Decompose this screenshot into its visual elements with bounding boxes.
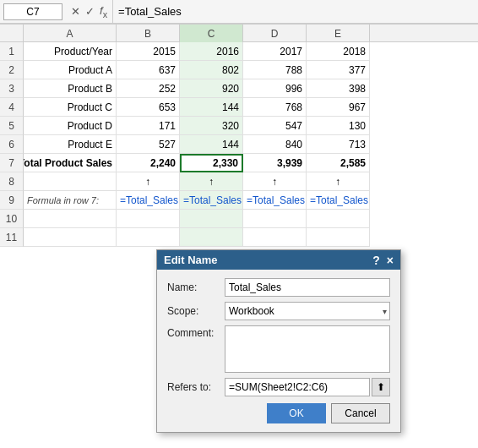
dialog-help-button[interactable]: ?	[372, 254, 380, 266]
cell-b3[interactable]: 252	[117, 79, 180, 98]
cell-b5[interactable]: 171	[117, 117, 180, 135]
dialog-close-button[interactable]: ×	[387, 254, 394, 266]
cell-d11[interactable]	[243, 228, 307, 247]
cell-c7[interactable]: 2,330	[180, 154, 243, 172]
cell-a4[interactable]: Product C	[24, 98, 117, 117]
function-icon[interactable]: fx	[98, 4, 109, 19]
dialog-buttons: OK Cancel	[167, 403, 390, 423]
cell-a2[interactable]: Product A	[24, 61, 117, 79]
cell-c4[interactable]: 144	[180, 98, 243, 117]
cell-b4[interactable]: 653	[117, 98, 180, 117]
formula-bar-icons: ✕ ✓ fx	[66, 0, 113, 23]
cell-e10[interactable]	[307, 210, 370, 228]
col-header-c[interactable]: C	[180, 25, 243, 43]
cell-a9: Formula in row 7:	[24, 191, 117, 210]
dialog-name-field: Name:	[167, 278, 390, 297]
row-num-5[interactable]: 5	[0, 117, 24, 135]
cell-e2[interactable]: 377	[307, 61, 370, 79]
formula-input[interactable]: =Total_Sales	[113, 3, 478, 19]
cell-c11[interactable]	[180, 228, 243, 247]
cell-c1[interactable]: 2016	[180, 42, 243, 61]
row-num-9[interactable]: 9	[0, 191, 24, 210]
cell-a11[interactable]	[24, 228, 117, 247]
col-header-a[interactable]: A	[24, 25, 117, 43]
cell-c2[interactable]: 802	[180, 61, 243, 79]
dialog-titlebar-actions: ? ×	[372, 254, 394, 266]
row-num-3[interactable]: 3	[0, 79, 24, 98]
row-num-2[interactable]: 2	[0, 61, 24, 79]
cell-d1[interactable]: 2017	[243, 42, 307, 61]
table-row: Product C 653 144 768 967	[24, 98, 478, 117]
cell-b10[interactable]	[117, 210, 180, 228]
cell-b7[interactable]: 2,240	[117, 154, 180, 172]
cell-a3[interactable]: Product B	[24, 79, 117, 98]
dialog-refers-collapse-button[interactable]: ⬆	[372, 378, 390, 396]
dialog-scope-field: Scope: Workbook ▾	[167, 302, 390, 320]
row-num-11[interactable]: 11	[0, 228, 24, 247]
col-header-d[interactable]: D	[243, 25, 307, 43]
dialog-refers-field: Refers to: ⬆	[167, 378, 390, 396]
dialog-cancel-button[interactable]: Cancel	[331, 403, 390, 423]
cell-a6[interactable]: Product E	[24, 135, 117, 154]
cell-d9: =Total_Sales	[243, 191, 307, 210]
cell-d6[interactable]: 840	[243, 135, 307, 154]
cell-a7[interactable]: Total Product Sales	[24, 154, 117, 172]
row-num-4[interactable]: 4	[0, 98, 24, 117]
cell-c5[interactable]: 320	[180, 117, 243, 135]
row-num-6[interactable]: 6	[0, 135, 24, 154]
row-num-1[interactable]: 1	[0, 42, 24, 61]
cell-a10[interactable]	[24, 210, 117, 228]
grid-rows: Product/Year 2015 2016 2017 2018 Product…	[24, 42, 478, 247]
cell-c10[interactable]	[180, 210, 243, 228]
cell-d10[interactable]	[243, 210, 307, 228]
cell-b9: =Total_Sales	[117, 191, 180, 210]
cell-b11[interactable]	[117, 228, 180, 247]
cell-a8	[24, 172, 117, 191]
cell-b6[interactable]: 527	[117, 135, 180, 154]
col-header-b[interactable]: B	[117, 25, 180, 43]
cell-d2[interactable]: 788	[243, 61, 307, 79]
row-num-7[interactable]: 7	[0, 154, 24, 172]
table-row: Product B 252 920 996 398	[24, 79, 478, 98]
cell-d3[interactable]: 996	[243, 79, 307, 98]
cell-e7[interactable]: 2,585	[307, 154, 370, 172]
confirm-formula-icon[interactable]: ✓	[84, 5, 96, 18]
dialog-titlebar: Edit Name ? ×	[157, 250, 400, 270]
cancel-formula-icon[interactable]: ✕	[69, 5, 82, 18]
cell-a5[interactable]: Product D	[24, 117, 117, 135]
cell-b1[interactable]: 2015	[117, 42, 180, 61]
corner-header	[0, 25, 24, 41]
cell-d5[interactable]: 547	[243, 117, 307, 135]
dialog-refers-label: Refers to:	[167, 381, 225, 393]
dialog-scope-label: Scope:	[167, 305, 225, 317]
dialog-name-label: Name:	[167, 281, 225, 293]
cell-b8: ↑	[117, 172, 180, 191]
row-num-8[interactable]: 8	[0, 172, 24, 191]
cell-a1[interactable]: Product/Year	[24, 42, 117, 61]
dialog-scope-select[interactable]: Workbook	[225, 302, 390, 320]
dialog-body: Name: Scope: Workbook ▾ Comment:	[157, 270, 400, 432]
cell-e11[interactable]	[307, 228, 370, 247]
cell-e1[interactable]: 2018	[307, 42, 370, 61]
cell-c6[interactable]: 144	[180, 135, 243, 154]
dialog-comment-box[interactable]	[225, 325, 390, 373]
row-numbers: 1 2 3 4 5 6 7 8 9 10 11	[0, 42, 24, 247]
row-num-10[interactable]: 10	[0, 210, 24, 228]
dialog-title: Edit Name	[164, 254, 218, 266]
cell-c3[interactable]: 920	[180, 79, 243, 98]
table-row: Product/Year 2015 2016 2017 2018	[24, 42, 478, 61]
cell-d7[interactable]: 3,939	[243, 154, 307, 172]
cell-e3[interactable]: 398	[307, 79, 370, 98]
col-header-e[interactable]: E	[307, 25, 370, 43]
cell-e5[interactable]: 130	[307, 117, 370, 135]
dialog-name-input[interactable]	[225, 278, 390, 297]
dialog-ok-button[interactable]: OK	[267, 403, 326, 423]
table-row: Product D 171 320 547 130	[24, 117, 478, 135]
cell-e8: ↑	[307, 172, 370, 191]
cell-e6[interactable]: 713	[307, 135, 370, 154]
dialog-refers-input[interactable]	[225, 378, 370, 396]
name-box[interactable]: C7	[3, 3, 62, 20]
cell-e4[interactable]: 967	[307, 98, 370, 117]
cell-d4[interactable]: 768	[243, 98, 307, 117]
cell-b2[interactable]: 637	[117, 61, 180, 79]
